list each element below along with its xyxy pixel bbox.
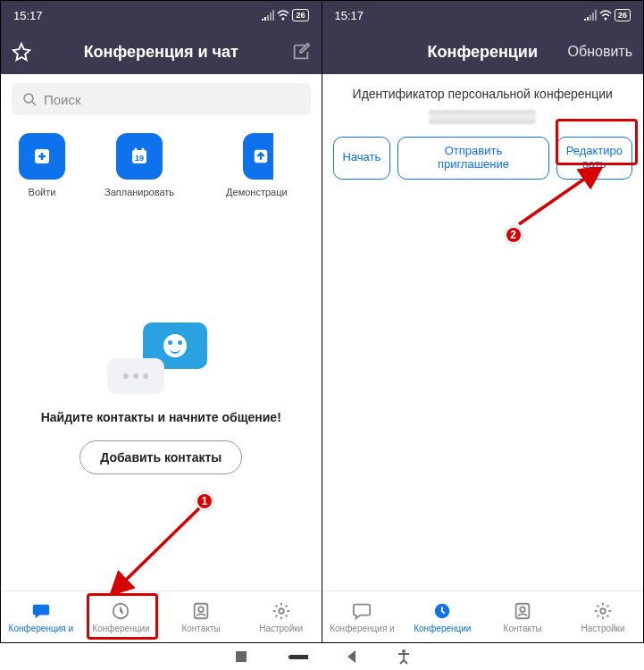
svg-point-6: [142, 148, 145, 151]
content-area: Поиск Войти 19 Запланировать Демонстраци…: [1, 74, 322, 590]
status-bar: 15:17 26: [322, 1, 644, 29]
marker-2: 2: [505, 226, 523, 244]
bottom-nav: Конференция и Конференции Контакты Настр…: [1, 590, 322, 642]
empty-text: Найдите контакты и начните общение!: [41, 410, 281, 424]
pmi-label: Идентификатор персональной конференции: [322, 74, 644, 106]
contacts-icon: [513, 601, 532, 621]
gear-icon: [593, 601, 613, 621]
signal-icon: [262, 10, 274, 21]
search-placeholder: Поиск: [44, 92, 81, 107]
start-button[interactable]: Начать: [333, 137, 391, 180]
back-key[interactable]: [344, 649, 360, 665]
action-schedule[interactable]: 19 Запланировать: [105, 133, 174, 197]
svg-point-13: [279, 608, 284, 614]
svg-text:19: 19: [135, 154, 144, 163]
pmi-value-hidden: [429, 110, 536, 124]
home-key[interactable]: [285, 649, 308, 665]
nav-meetings[interactable]: Конференции: [402, 591, 482, 642]
star-icon[interactable]: [12, 42, 31, 62]
nav-chat[interactable]: Конференция и: [322, 591, 403, 642]
clock-icon: [111, 601, 130, 621]
refresh-button[interactable]: Обновить: [568, 44, 632, 60]
status-bar: 15:17 26: [1, 1, 322, 29]
add-contacts-button[interactable]: Добавить контакты: [79, 440, 242, 474]
arrow-up-icon: [252, 147, 270, 165]
svg-line-15: [519, 176, 589, 224]
svg-point-5: [135, 148, 138, 151]
action-join[interactable]: Войти: [19, 133, 65, 197]
status-time: 15:17: [335, 9, 364, 22]
nav-chat[interactable]: Конференция и: [1, 591, 81, 642]
battery-icon: 26: [615, 9, 631, 21]
clock-icon: [432, 601, 452, 621]
plus-icon: [32, 147, 52, 166]
header-title: Конференции: [428, 43, 538, 62]
signal-icon: [584, 10, 597, 21]
accessibility-key[interactable]: [396, 649, 412, 665]
status-time: 15:17: [13, 9, 43, 22]
search-input[interactable]: Поиск: [12, 83, 311, 115]
contacts-icon: [191, 601, 211, 621]
wifi-icon: [277, 10, 289, 21]
svg-point-14: [604, 18, 606, 21]
nav-meetings[interactable]: Конференции: [81, 591, 162, 642]
svg-point-12: [198, 607, 204, 612]
svg-rect-20: [236, 651, 247, 662]
actions-row: Войти 19 Запланировать Демонстраци: [1, 124, 322, 206]
header: Конференция и чат: [1, 29, 322, 74]
compose-icon[interactable]: [291, 42, 311, 62]
nav-contacts[interactable]: Контакты: [482, 591, 563, 642]
screen-left: 15:17 26 Конференция и чат Поиск Войти 1…: [1, 1, 322, 642]
chat-bubble-icon: [352, 601, 372, 621]
header-title: Конференция и чат: [84, 43, 238, 62]
nav-settings[interactable]: Настройки: [241, 591, 322, 642]
chat-bubble-icon: [31, 601, 51, 621]
svg-point-19: [600, 608, 606, 614]
android-softkeys: [0, 643, 644, 670]
nav-contacts[interactable]: Контакты: [161, 591, 241, 642]
gear-icon: [272, 601, 291, 621]
svg-point-18: [520, 607, 525, 612]
search-icon: [22, 92, 37, 106]
recent-apps-key[interactable]: [233, 649, 249, 665]
chat-illustration: [107, 322, 214, 394]
header: Конференции Обновить: [322, 29, 644, 74]
edit-button[interactable]: Редактиро вать: [556, 137, 632, 180]
action-buttons-row: Начать Отправить приглашение Редактиро в…: [322, 137, 644, 180]
svg-point-22: [402, 649, 406, 653]
empty-state: Найдите контакты и начните общение! Доба…: [1, 206, 322, 590]
battery-icon: 26: [292, 9, 308, 21]
wifi-icon: [599, 10, 612, 21]
calendar-icon: 19: [130, 147, 149, 166]
screen-right: 15:17 26 Конференции Обновить Идентифика…: [322, 1, 644, 642]
nav-settings[interactable]: Настройки: [563, 591, 643, 642]
send-invite-button[interactable]: Отправить приглашение: [397, 137, 548, 180]
svg-rect-21: [289, 655, 308, 659]
svg-point-0: [282, 18, 285, 21]
bottom-nav: Конференция и Конференции Контакты Настр…: [322, 590, 644, 642]
content-area: Идентификатор персональной конференции Н…: [322, 74, 644, 590]
svg-point-1: [24, 94, 33, 103]
action-share[interactable]: Демонстраци: [213, 133, 288, 197]
